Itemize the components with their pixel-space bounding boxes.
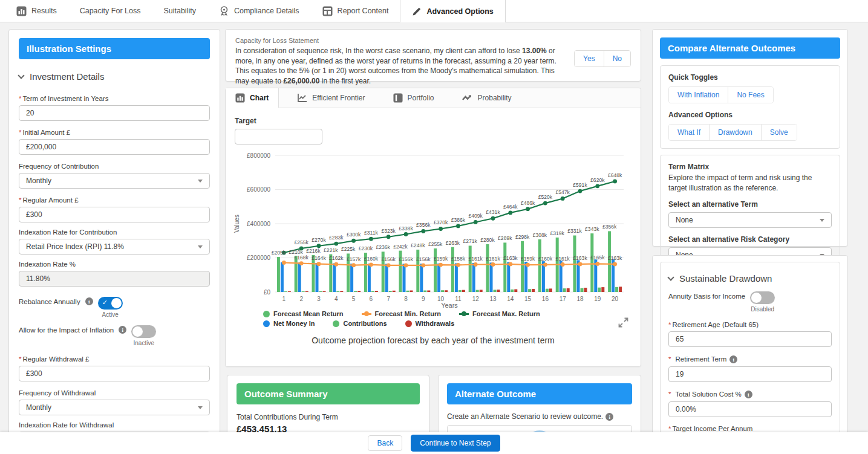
no-fees-button[interactable]: No Fees xyxy=(728,87,772,103)
svg-text:£283k: £283k xyxy=(329,235,344,241)
svg-text:£225k: £225k xyxy=(341,246,356,252)
svg-text:£400000: £400000 xyxy=(247,221,270,227)
svg-text:£163k: £163k xyxy=(503,255,518,261)
svg-text:£289k: £289k xyxy=(498,235,512,241)
select-value: Monthly xyxy=(26,403,51,412)
legend-marker xyxy=(362,313,371,315)
svg-text:3: 3 xyxy=(317,296,321,302)
total-solution-cost-input[interactable] xyxy=(668,401,832,417)
chevron-down-icon xyxy=(18,72,24,79)
info-icon[interactable]: i xyxy=(729,355,737,363)
frequency-contribution-select[interactable]: Monthly xyxy=(19,173,210,189)
frequency-withdrawal-select[interactable]: Monthly xyxy=(19,400,210,415)
target-label: Target xyxy=(235,117,631,125)
tab-results[interactable]: Results xyxy=(5,0,68,22)
svg-text:£221k: £221k xyxy=(324,247,338,253)
tab-probability[interactable]: Probability xyxy=(452,88,521,108)
drawdown-button[interactable]: Drawdown xyxy=(710,125,762,140)
svg-text:6: 6 xyxy=(370,296,373,302)
portfolio-icon xyxy=(393,93,403,103)
chevron-down-icon xyxy=(820,219,824,222)
legend-label: Forecast Max. Return xyxy=(472,310,540,317)
svg-text:£236k: £236k xyxy=(376,244,390,250)
svg-text:£216k: £216k xyxy=(306,248,321,254)
indexation-contribution-label: Indexation Rate for Contribution xyxy=(19,229,210,236)
svg-text:£464k: £464k xyxy=(503,204,518,210)
svg-text:£800000: £800000 xyxy=(247,152,270,159)
quick-toggles-box: Quick Toggles With Inflation No Fees Adv… xyxy=(660,65,840,149)
svg-text:£338k: £338k xyxy=(399,225,413,232)
svg-text:Values: Values xyxy=(233,215,240,233)
with-inflation-button[interactable]: With Inflation xyxy=(669,87,728,103)
info-icon[interactable]: i xyxy=(605,413,613,421)
indexation-withdrawal-label: Indexation Rate for Withdrawal xyxy=(19,421,210,429)
tab-compliance-details[interactable]: Compliance Details xyxy=(207,0,311,22)
chevron-down-icon xyxy=(198,180,203,183)
tab-capacity-for-loss[interactable]: Capacity For Loss xyxy=(68,0,152,22)
alt-term-select[interactable]: None xyxy=(668,212,832,228)
tab-report-content[interactable]: Report Content xyxy=(311,0,400,22)
investment-details-section-toggle[interactable]: Investment Details xyxy=(19,71,210,82)
tab-portfolio[interactable]: Portfolio xyxy=(383,88,444,108)
total-solution-cost-label: Total Solution Cost %i xyxy=(668,390,752,398)
legend-item[interactable]: Forecast Max. Return xyxy=(459,310,540,317)
sustainable-drawdown-toggle[interactable]: Sustainable Drawdown xyxy=(668,273,832,284)
info-icon[interactable]: i xyxy=(119,326,126,334)
bar-chart-icon xyxy=(235,93,245,103)
svg-text:£280k: £280k xyxy=(480,237,495,243)
continue-button[interactable]: Continue to Next Step xyxy=(411,435,500,452)
info-icon[interactable]: i xyxy=(745,391,752,398)
legend-item[interactable]: Net Money In xyxy=(263,320,315,327)
svg-text:£156k: £156k xyxy=(399,256,413,262)
what-if-button[interactable]: What If xyxy=(669,125,710,140)
svg-text:£331k: £331k xyxy=(567,228,582,234)
svg-text:7: 7 xyxy=(387,296,390,302)
target-input[interactable] xyxy=(235,129,322,144)
indexation-rate-input xyxy=(19,271,210,287)
regular-amount-input[interactable] xyxy=(19,207,210,222)
tab-advanced-options[interactable]: Advanced Options xyxy=(400,0,505,22)
svg-text:£160k: £160k xyxy=(538,256,553,262)
legend-item[interactable]: Withdrawals xyxy=(405,320,455,327)
svg-text:Years: Years xyxy=(441,302,458,309)
legend-item[interactable]: Forecast Mean Return xyxy=(263,310,344,317)
illustration-settings-header: Illustration Settings xyxy=(19,38,210,59)
regular-withdrawal-input[interactable] xyxy=(19,366,210,381)
initial-amount-input[interactable] xyxy=(19,139,210,155)
outcome-summary-card: Outcome Summary Total Contributions Duri… xyxy=(227,375,429,441)
info-icon[interactable]: i xyxy=(85,297,93,305)
chevron-down-icon xyxy=(198,406,203,409)
retirement-term-label: Retirement Termi xyxy=(668,355,737,363)
no-button[interactable]: No xyxy=(604,51,630,66)
legend-marker xyxy=(333,320,339,327)
capacity-statement: In consideration of sequence risk, In th… xyxy=(235,46,564,86)
quick-toggles-group: With Inflation No Fees xyxy=(668,86,774,103)
term-input[interactable] xyxy=(19,105,210,121)
back-button[interactable]: Back xyxy=(368,435,402,451)
outcome-projection-chart[interactable]: £0£200000£400000£600000£8000001234567891… xyxy=(232,147,631,310)
tab-suitability[interactable]: Suitability xyxy=(152,0,207,22)
legend-marker xyxy=(263,320,270,327)
svg-text:15: 15 xyxy=(524,296,532,302)
legend-item[interactable]: Forecast Min. Return xyxy=(362,310,441,317)
select-value: None xyxy=(676,216,693,224)
expand-icon[interactable] xyxy=(618,317,628,329)
retirement-age-input[interactable] xyxy=(668,331,832,347)
svg-text:£300k: £300k xyxy=(347,232,361,238)
report-icon xyxy=(322,6,333,16)
annuity-basis-toggle[interactable] xyxy=(750,291,775,304)
tab-chart[interactable]: Chart xyxy=(226,88,279,108)
svg-text:£386k: £386k xyxy=(451,217,466,223)
solve-button[interactable]: Solve xyxy=(762,125,797,140)
tab-efficient-frontier[interactable]: Efficient Frontier xyxy=(287,88,374,108)
svg-text:£343k: £343k xyxy=(585,226,599,232)
legend-item[interactable]: Contributions xyxy=(333,320,387,327)
capacity-yes-no-group: Yes No xyxy=(574,50,631,67)
inflation-toggle[interactable] xyxy=(131,325,156,338)
yes-button[interactable]: Yes xyxy=(575,51,604,66)
rebalance-toggle-state: Active xyxy=(98,311,123,318)
rebalance-toggle[interactable]: ✓ xyxy=(98,297,123,310)
illustration-settings-panel: Illustration Settings Investment Details… xyxy=(8,29,220,441)
indexation-contribution-select[interactable]: Retail Price Index (RPI) 11.8% xyxy=(19,239,210,255)
retirement-term-input[interactable] xyxy=(668,366,832,382)
